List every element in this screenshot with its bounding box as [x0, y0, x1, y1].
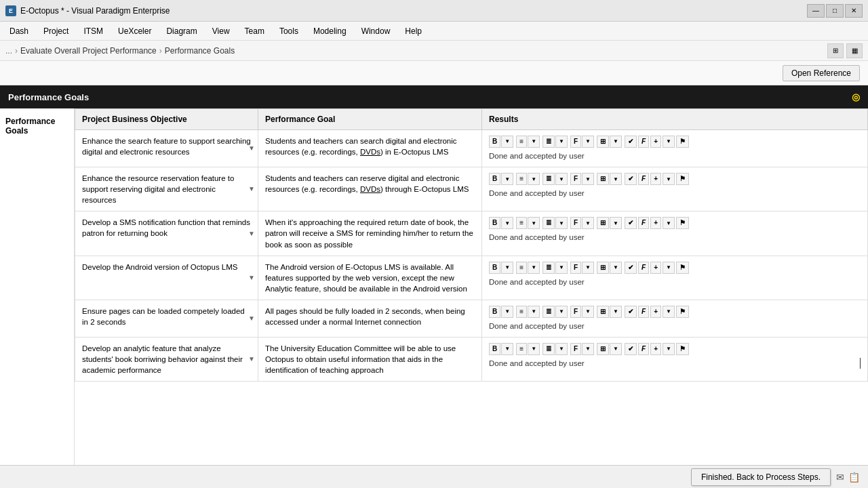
font-dropdown-6[interactable]: ▼	[582, 343, 594, 355]
table-btn-3[interactable]: ⊞	[597, 217, 609, 229]
clipboard-icon[interactable]: 📋	[848, 472, 860, 483]
expand-arrow-1[interactable]: ▼	[248, 144, 255, 153]
menu-project[interactable]: Project	[37, 24, 75, 39]
menu-view[interactable]: View	[205, 24, 237, 39]
align-dropdown-6[interactable]: ▼	[528, 343, 540, 355]
open-reference-btn[interactable]: Open Reference	[783, 65, 860, 81]
plus-dropdown-4[interactable]: ▼	[663, 262, 675, 274]
flag-btn-1[interactable]: ⚑	[676, 136, 689, 148]
breadcrumb-icon-grid[interactable]: ▦	[846, 43, 863, 58]
email-icon[interactable]: ✉	[836, 472, 844, 483]
table-dropdown-3[interactable]: ▼	[610, 217, 622, 229]
objective-cell-6[interactable]: Develop an analytic feature that analyze…	[75, 338, 258, 382]
indent-btn-5[interactable]: ≣	[542, 306, 555, 318]
table-btn-4[interactable]: ⊞	[597, 262, 609, 274]
bold-btn-2[interactable]: B	[489, 173, 500, 185]
font-btn-6[interactable]: F	[570, 343, 581, 355]
font-btn-2[interactable]: F	[570, 173, 581, 185]
bold-dropdown-4[interactable]: ▼	[501, 262, 513, 274]
menu-uexceler[interactable]: UeXceler	[111, 24, 158, 39]
bold-btn-1[interactable]: B	[489, 136, 500, 148]
expand-arrow-3[interactable]: ▼	[248, 229, 255, 239]
check-btn-6[interactable]: ✔	[625, 343, 637, 355]
menu-tools[interactable]: Tools	[273, 24, 305, 39]
close-btn[interactable]: ✕	[845, 4, 863, 18]
bold-dropdown-3[interactable]: ▼	[501, 217, 513, 229]
maximize-btn[interactable]: □	[826, 4, 844, 18]
bold-dropdown-1[interactable]: ▼	[501, 136, 513, 148]
plus-dropdown-5[interactable]: ▼	[663, 306, 675, 318]
bold-btn-4[interactable]: B	[489, 262, 500, 274]
indent-dropdown-3[interactable]: ▼	[555, 217, 568, 229]
align-dropdown-4[interactable]: ▼	[528, 262, 540, 274]
expand-arrow-6[interactable]: ▼	[248, 354, 255, 364]
bold-dropdown-6[interactable]: ▼	[501, 343, 513, 355]
bold-btn-3[interactable]: B	[489, 217, 500, 229]
indent-btn-3[interactable]: ≣	[542, 217, 555, 229]
check-btn-2[interactable]: ✔	[625, 173, 637, 185]
plus-dropdown-6[interactable]: ▼	[663, 343, 675, 355]
plus-btn-1[interactable]: +	[650, 136, 661, 148]
minimize-btn[interactable]: —	[807, 4, 825, 18]
bold-dropdown-2[interactable]: ▼	[501, 173, 513, 185]
objective-cell-1[interactable]: Enhance the search feature to support se…	[75, 130, 258, 167]
breadcrumb-item-1[interactable]: Evaluate Overall Project Performance	[20, 46, 157, 56]
menu-dash[interactable]: Dash	[3, 24, 35, 39]
expand-arrow-2[interactable]: ▼	[248, 184, 255, 194]
check-btn-4[interactable]: ✔	[625, 262, 637, 274]
table-dropdown-5[interactable]: ▼	[610, 306, 622, 318]
objective-cell-3[interactable]: Develop a SMS notification function that…	[75, 211, 258, 256]
table-btn-2[interactable]: ⊞	[597, 173, 609, 185]
indent-btn-2[interactable]: ≣	[542, 173, 555, 185]
breadcrumb-dots[interactable]: ...	[5, 46, 12, 56]
align-dropdown-3[interactable]: ▼	[528, 217, 540, 229]
plus-dropdown-2[interactable]: ▼	[663, 173, 675, 185]
check-btn-3[interactable]: ✔	[625, 217, 637, 229]
bold-btn-5[interactable]: B	[489, 306, 500, 318]
expand-arrow-5[interactable]: ▼	[248, 314, 255, 323]
align-btn-1[interactable]: ≡	[516, 136, 527, 148]
indent-dropdown-5[interactable]: ▼	[555, 306, 568, 318]
plus-btn-3[interactable]: +	[650, 217, 661, 229]
font-btn-1[interactable]: F	[570, 136, 581, 148]
table-dropdown-2[interactable]: ▼	[610, 173, 622, 185]
fx-btn-5[interactable]: F	[638, 306, 649, 318]
objective-cell-4[interactable]: Develop the Android version of Octopus L…	[75, 256, 258, 300]
menu-modeling[interactable]: Modeling	[307, 24, 353, 39]
bold-dropdown-5[interactable]: ▼	[501, 306, 513, 318]
menu-itsm[interactable]: ITSM	[77, 24, 110, 39]
breadcrumb-item-2[interactable]: Performance Goals	[165, 46, 235, 56]
fx-btn-6[interactable]: F	[638, 343, 649, 355]
plus-dropdown-3[interactable]: ▼	[663, 217, 675, 229]
plus-dropdown-1[interactable]: ▼	[663, 136, 675, 148]
font-dropdown-2[interactable]: ▼	[582, 173, 594, 185]
flag-btn-4[interactable]: ⚑	[676, 262, 689, 274]
table-dropdown-6[interactable]: ▼	[610, 343, 622, 355]
font-btn-5[interactable]: F	[570, 306, 581, 318]
align-btn-5[interactable]: ≡	[516, 306, 527, 318]
font-btn-3[interactable]: F	[570, 217, 581, 229]
align-dropdown-2[interactable]: ▼	[528, 173, 540, 185]
table-btn-1[interactable]: ⊞	[597, 136, 609, 148]
indent-dropdown-4[interactable]: ▼	[555, 262, 568, 274]
fx-btn-3[interactable]: F	[638, 217, 649, 229]
indent-btn-1[interactable]: ≣	[542, 136, 555, 148]
check-btn-5[interactable]: ✔	[625, 306, 637, 318]
bold-btn-6[interactable]: B	[489, 343, 500, 355]
table-dropdown-4[interactable]: ▼	[610, 262, 622, 274]
fx-btn-4[interactable]: F	[638, 262, 649, 274]
menu-help[interactable]: Help	[398, 24, 429, 39]
menu-window[interactable]: Window	[355, 24, 397, 39]
table-dropdown-1[interactable]: ▼	[610, 136, 622, 148]
flag-btn-6[interactable]: ⚑	[676, 343, 689, 355]
breadcrumb-icon-table[interactable]: ⊞	[827, 43, 844, 58]
font-btn-4[interactable]: F	[570, 262, 581, 274]
flag-btn-3[interactable]: ⚑	[676, 217, 689, 229]
fx-btn-1[interactable]: F	[638, 136, 649, 148]
finished-btn[interactable]: Finished. Back to Process Steps.	[691, 468, 831, 486]
plus-btn-6[interactable]: +	[650, 343, 661, 355]
align-btn-6[interactable]: ≡	[516, 343, 527, 355]
fx-btn-2[interactable]: F	[638, 173, 649, 185]
indent-dropdown-1[interactable]: ▼	[555, 136, 568, 148]
indent-btn-6[interactable]: ≣	[542, 343, 555, 355]
